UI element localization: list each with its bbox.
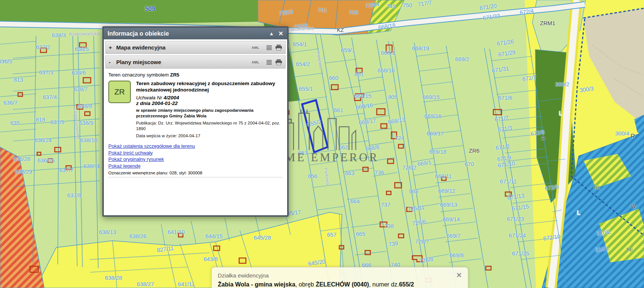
collapse-section-icon[interactable]: -	[109, 59, 116, 65]
panel-link[interactable]: Pokaż ustalenia szczegółowe dla terenu	[108, 143, 283, 150]
zone-badge: ZR	[108, 81, 131, 103]
panel-body: Teren oznaczony symbolem ZR5 ZR Teren za…	[104, 69, 287, 215]
panel-link[interactable]: Pokaż treść uchwały	[108, 150, 283, 156]
list-icon[interactable]	[266, 45, 272, 50]
panel-link[interactable]: Pokaż legendę	[108, 163, 283, 170]
close-icon[interactable]: ✕	[456, 271, 462, 279]
zone-description: Teren zabudowy rekreacyjnej z dopuszczen…	[136, 81, 283, 93]
section-plany-miejscowe[interactable]: - Plany miejscowe XML	[105, 56, 286, 69]
uchwala-date: z dnia 2004-01-22	[136, 100, 283, 106]
parcel-info-title: Działka ewidencyjna	[218, 272, 456, 279]
print-icon[interactable]	[275, 59, 282, 65]
info-panel-titlebar[interactable]: Informacja o obiekcie ▲ ✕	[104, 28, 287, 39]
parcel-info-line: Żabia Wola - gmina wiejska, obręb ŻELECH…	[218, 281, 462, 288]
teren-symbol-line: Teren oznaczony symbolem ZR5	[108, 72, 283, 78]
panel-link[interactable]: Pokaż oryginalny rysunek	[108, 156, 283, 163]
collapse-icon[interactable]: ▲	[269, 31, 274, 36]
uchwala-line: Uchwała Nr 4/2004	[136, 95, 283, 100]
section-mapa-ewidencyjna[interactable]: + Mapa ewidencyjna XML	[105, 41, 286, 54]
data-wejscia-text: Data wejścia w życie: 2004-04-17	[136, 133, 283, 139]
close-icon[interactable]: ✕	[279, 30, 283, 37]
info-panel: Informacja o obiekcie ▲ ✕ + Mapa ewidenc…	[102, 26, 289, 217]
w-sprawie-text: w sprawie zmiany miejscowego planu zagos…	[136, 108, 283, 119]
cadastral-map[interactable]	[0, 0, 644, 288]
teren-symbol: ZR5	[170, 72, 180, 78]
xml-icon[interactable]: XML	[252, 60, 260, 64]
parcel-info-bar: Działka ewidencyjna ✕ Żabia Wola - gmina…	[211, 267, 468, 288]
print-icon[interactable]	[275, 45, 282, 51]
expand-icon[interactable]: +	[109, 44, 116, 51]
info-panel-title: Informacja o obiekcie	[108, 30, 265, 37]
publikacja-text: Publikacja: Dz. Urz. Województwa Mazowie…	[136, 120, 283, 132]
panel-links: Pokaż ustalenia szczegółowe dla terenuPo…	[108, 143, 283, 170]
xml-icon[interactable]: XML	[252, 46, 260, 50]
map-viewer: 509735/3735/6731730729/4749750717/7671/2…	[0, 0, 644, 288]
oznaczenie-text: Oznaczenie wewnętrzne planu: 028, styl: …	[108, 171, 283, 177]
list-icon[interactable]	[266, 60, 272, 65]
